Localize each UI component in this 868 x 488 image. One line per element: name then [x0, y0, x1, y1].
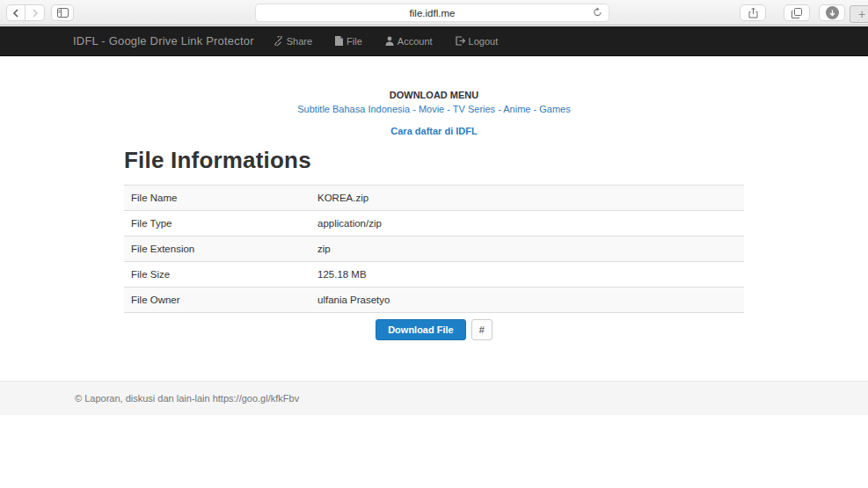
download-progress-icon — [826, 6, 839, 19]
link-icon — [274, 36, 283, 46]
download-file-button[interactable]: Download File — [376, 319, 466, 340]
table-row: File Extension zip — [124, 237, 744, 262]
link-separator: - — [410, 104, 419, 114]
row-value: 125.18 MB — [310, 262, 744, 288]
nav-item-label: File — [346, 36, 362, 47]
table-row: File Type application/zip — [124, 211, 744, 237]
sidebar-icon — [57, 8, 69, 18]
logout-icon — [456, 36, 465, 46]
file-info-table: File Name KOREA.zip File Type applicatio… — [124, 185, 744, 313]
table-row: File Size 125.18 MB — [124, 262, 744, 288]
nav-item-logout[interactable]: Logout — [456, 36, 499, 47]
row-label: File Name — [124, 186, 310, 211]
action-buttons: Download File # — [0, 319, 868, 340]
share-icon — [748, 7, 758, 18]
row-value: zip — [310, 237, 744, 262]
tabs-icon — [791, 8, 802, 18]
page-title: File Informations — [124, 147, 744, 174]
file-info-section: File Informations File Name KOREA.zip Fi… — [124, 147, 744, 340]
row-value: application/zip — [310, 211, 744, 237]
footer-text: © Laporan, diskusi dan lain-lain https:/… — [75, 393, 299, 404]
hash-button[interactable]: # — [471, 319, 492, 340]
forward-button[interactable] — [26, 4, 45, 21]
sidebar-toggle-button[interactable] — [51, 4, 74, 21]
url-text: file.idfl.me — [410, 8, 456, 18]
download-menu-title: DOWNLOAD MENU — [0, 90, 868, 100]
reload-icon[interactable] — [593, 7, 602, 19]
page-footer: © Laporan, diskusi dan lain-lain https:/… — [0, 381, 868, 415]
chevron-left-icon — [12, 9, 19, 18]
new-tab-button[interactable]: + — [850, 5, 868, 23]
row-value: KOREA.zip — [310, 186, 744, 211]
page-content: DOWNLOAD MENU Subtitle Bahasa Indonesia … — [0, 56, 868, 340]
chevron-right-icon — [32, 9, 39, 18]
share-page-button[interactable] — [740, 4, 766, 21]
link-separator: - — [444, 104, 453, 114]
register-link[interactable]: Cara daftar di IDFL — [390, 126, 477, 136]
site-navbar: IDFL - Google Drive Link Protector Share… — [0, 26, 868, 56]
nav-item-share[interactable]: Share — [274, 36, 312, 47]
row-label: File Extension — [124, 237, 310, 262]
browser-toolbar: file.idfl.me — [0, 0, 868, 25]
nav-item-account[interactable]: Account — [385, 36, 433, 47]
user-icon — [385, 36, 394, 46]
nav-item-file[interactable]: File — [335, 36, 362, 47]
row-label: File Owner — [124, 288, 310, 313]
tab-overview-button[interactable] — [784, 4, 810, 21]
download-menu-links: Subtitle Bahasa Indonesia - Movie - TV S… — [0, 104, 868, 114]
link-separator: - — [530, 104, 539, 114]
row-label: File Type — [124, 211, 310, 237]
link-movie[interactable]: Movie — [419, 104, 444, 114]
row-value: ulfania Prasetyo — [310, 288, 744, 313]
table-row: File Name KOREA.zip — [124, 186, 744, 211]
row-label: File Size — [124, 262, 310, 288]
link-subtitle-bahasa-indonesia[interactable]: Subtitle Bahasa Indonesia — [297, 104, 410, 114]
download-menu: DOWNLOAD MENU Subtitle Bahasa Indonesia … — [0, 90, 868, 136]
table-row: File Owner ulfania Prasetyo — [124, 288, 744, 313]
nav-item-label: Share — [287, 36, 312, 47]
nav-item-label: Account — [398, 36, 433, 47]
link-separator: - — [495, 104, 503, 114]
link-tv-series[interactable]: TV Series — [453, 104, 495, 114]
downloads-button[interactable] — [819, 4, 845, 21]
link-anime[interactable]: Anime — [503, 104, 530, 114]
plus-icon: + — [858, 7, 865, 21]
brand-title[interactable]: IDFL - Google Drive Link Protector — [73, 34, 254, 47]
file-icon — [335, 36, 343, 46]
back-button[interactable] — [6, 4, 26, 21]
navbar-menu: Share File Account — [274, 36, 522, 47]
link-games[interactable]: Games — [539, 104, 570, 114]
address-bar[interactable]: file.idfl.me — [255, 4, 609, 22]
nav-item-label: Logout — [469, 36, 499, 47]
